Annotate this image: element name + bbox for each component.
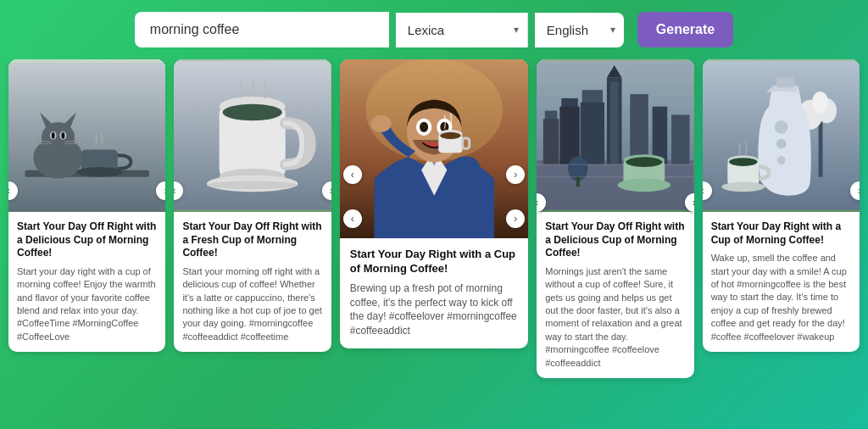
card-1: ‹ — [8, 59, 165, 352]
card-2-text: Start your morning off right with a deli… — [182, 265, 322, 343]
card-3-bottom-nav-left[interactable]: ‹ — [343, 209, 362, 228]
card-4: ‹ — [537, 59, 693, 378]
svg-point-69 — [721, 182, 765, 192]
svg-point-68 — [729, 158, 757, 166]
svg-point-35 — [440, 132, 460, 139]
model-select-wrapper: Lexica DALL-E Stable Diffusion — [396, 13, 528, 47]
card-2-title: Start Your Day Off Right with a Fresh Cu… — [182, 220, 322, 260]
card-3-title: Start Your Day Right with a Cup of Morni… — [350, 248, 518, 276]
card-3-bottom-nav-right[interactable]: › — [506, 209, 525, 228]
svg-point-58 — [626, 157, 663, 167]
card-1-text: Start your day right with a cup of morni… — [17, 265, 157, 343]
card-4-image — [537, 59, 693, 212]
svg-point-72 — [776, 156, 785, 164]
card-3-text: Brewing up a fresh pot of morning coffee… — [350, 281, 518, 338]
card-2-image — [174, 59, 331, 212]
svg-rect-0 — [8, 63, 165, 212]
card-2-content: Start Your Day Off Right with a Fresh Cu… — [174, 212, 331, 352]
svg-rect-50 — [671, 115, 689, 165]
svg-point-23 — [207, 181, 298, 190]
svg-rect-42 — [560, 107, 580, 164]
svg-point-12 — [61, 132, 64, 139]
card-5-text: Wake up, smell the coffee and start your… — [711, 252, 851, 343]
card-4-content: Start Your Day Off Right with a Deliciou… — [537, 212, 693, 378]
header: Lexica DALL-E Stable Diffusion English S… — [0, 0, 868, 59]
svg-point-4 — [76, 167, 123, 177]
card-3-nav-right[interactable]: › — [506, 165, 525, 184]
svg-point-21 — [223, 104, 282, 121]
card-3-image — [340, 59, 528, 237]
cards-container: ‹ — [0, 59, 868, 387]
card-5-title: Start Your Day Right with a Cup of Morni… — [711, 220, 851, 247]
svg-point-59 — [618, 179, 670, 192]
svg-point-11 — [52, 132, 55, 139]
svg-rect-44 — [581, 103, 604, 164]
svg-rect-47 — [610, 82, 619, 165]
generate-button[interactable]: Generate — [637, 12, 733, 47]
svg-rect-61 — [818, 119, 822, 176]
card-4-text: Mornings just aren't the same without a … — [545, 265, 685, 370]
svg-rect-48 — [630, 94, 648, 164]
svg-rect-40 — [543, 119, 559, 164]
svg-point-30 — [420, 122, 428, 132]
svg-rect-65 — [776, 78, 793, 88]
svg-point-70 — [775, 120, 788, 134]
svg-point-71 — [776, 139, 786, 149]
card-5: ‹ — [703, 59, 860, 352]
card-2: ‹ — [174, 59, 331, 352]
svg-point-36 — [370, 115, 391, 132]
card-5-image — [703, 59, 860, 212]
card-3-nav-left[interactable]: ‹ — [343, 165, 362, 184]
card-5-content: Start Your Day Right with a Cup of Morni… — [703, 212, 860, 352]
svg-point-64 — [811, 92, 828, 113]
card-3-featured: ‹ — [340, 59, 528, 348]
card-3-content: Start Your Day Right with a Cup of Morni… — [340, 237, 528, 348]
search-input[interactable] — [135, 12, 389, 47]
card-1-image — [8, 59, 165, 212]
svg-rect-52 — [576, 177, 580, 187]
model-select[interactable]: Lexica DALL-E Stable Diffusion — [396, 13, 527, 47]
language-select[interactable]: English Spanish French German — [535, 13, 624, 47]
card-1-title: Start Your Day Off Right with a Deliciou… — [17, 220, 157, 260]
card-4-title: Start Your Day Off Right with a Deliciou… — [545, 220, 685, 260]
language-select-wrapper: English Spanish French German — [535, 13, 624, 47]
card-1-content: Start Your Day Off Right with a Deliciou… — [8, 212, 165, 352]
